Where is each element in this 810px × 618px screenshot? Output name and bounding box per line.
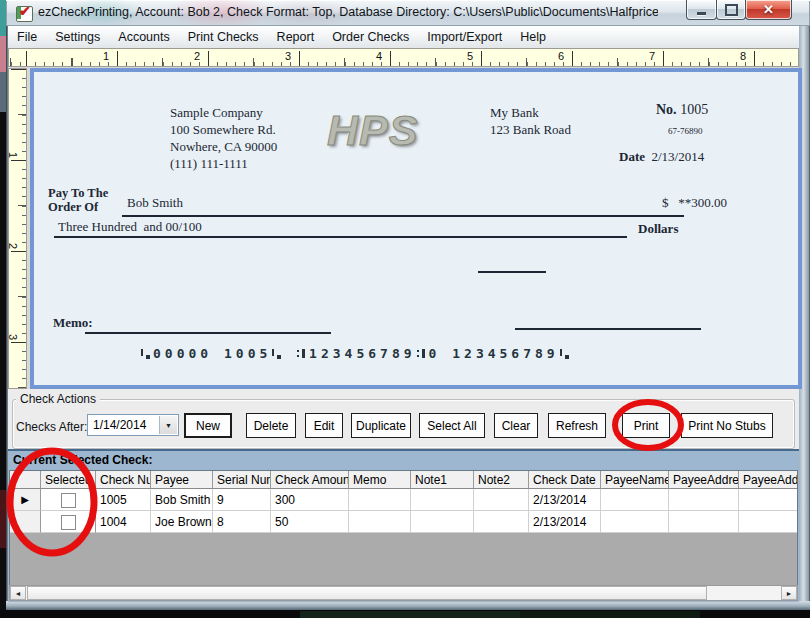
company-address: 100 Somewhere Rd. [170, 121, 277, 138]
duplicate-button[interactable]: Duplicate [351, 413, 411, 438]
bank-block: My Bank 123 Bank Road [490, 104, 571, 138]
caption-buttons: ✕ [687, 0, 792, 19]
cell-note1 [411, 489, 474, 511]
date-value: 2/13/2014 [652, 149, 705, 164]
menu-report[interactable]: Report [268, 26, 324, 48]
cell-amount: 300 [271, 489, 349, 511]
stub-line [478, 271, 546, 273]
row-selector[interactable]: ▶ [10, 489, 41, 511]
horizontal-ruler: 1 2 3 4 5 6 7 8 [8, 48, 799, 67]
grid-header-row: Selected Check Nu Payee Serial Num Check… [10, 471, 798, 489]
delete-button[interactable]: Delete [246, 413, 296, 438]
dollars-label: Dollars [638, 220, 678, 237]
hps-logo: HPS [327, 106, 418, 155]
app-icon [16, 6, 33, 22]
company-name: Sample Company [170, 104, 277, 121]
checks-after-value: 1/14/2014 [93, 418, 146, 432]
edit-button[interactable]: Edit [305, 413, 343, 438]
ruler-number: 7 [641, 50, 655, 62]
select-all-button[interactable]: Select All [419, 413, 485, 438]
chevron-down-icon: ▼ [165, 422, 172, 429]
horizontal-scrollbar[interactable]: ◄ ► [9, 585, 798, 601]
cell-serial: 8 [213, 511, 271, 533]
menu-import-export[interactable]: Import/Export [418, 26, 511, 48]
ruler-number: 3 [7, 334, 19, 340]
window-title: ezCheckPrinting, Account: Bob 2, Check F… [38, 5, 658, 21]
menu-help[interactable]: Help [511, 26, 555, 48]
clear-button[interactable]: Clear [494, 413, 538, 438]
scroll-right-button[interactable]: ► [781, 586, 797, 600]
company-phone: (111) 111-1111 [170, 155, 277, 172]
micr-line: 00000 1005 1234567890 123456789 [140, 346, 572, 361]
cell-payee: Bob Smith [151, 489, 213, 511]
row-selector-header [10, 471, 41, 489]
amount-numeric: $ **300.00 [662, 194, 727, 211]
menu-file[interactable]: File [8, 26, 46, 48]
memo-line [85, 332, 331, 334]
pay-to-label: Pay To The Order Of [48, 186, 108, 214]
menu-order-checks[interactable]: Order Checks [323, 26, 418, 48]
ruler-number: 1 [7, 152, 19, 158]
menu-print-checks[interactable]: Print Checks [179, 26, 268, 48]
minimize-button[interactable] [686, 0, 717, 20]
col-check-date[interactable]: Check Date [529, 471, 601, 489]
col-note2[interactable]: Note2 [474, 471, 529, 489]
menu-accounts[interactable]: Accounts [109, 26, 178, 48]
cell-note2 [474, 489, 529, 511]
combo-dropdown-button[interactable]: ▼ [159, 416, 177, 434]
table-row[interactable]: 1004 Joe Brown 8 50 2/13/2014 [10, 511, 798, 533]
cell-payee-addre1 [669, 511, 739, 533]
col-note1[interactable]: Note1 [411, 471, 474, 489]
print-button[interactable]: Print [622, 413, 670, 438]
cell-payee-addre1 [669, 489, 739, 511]
col-payee-addre2[interactable]: PayeeAddre [739, 471, 798, 489]
bank-name: My Bank [490, 104, 571, 121]
menu-settings[interactable]: Settings [46, 26, 109, 48]
col-memo[interactable]: Memo [349, 471, 411, 489]
selected-cell [41, 511, 96, 533]
company-block: Sample Company 100 Somewhere Rd. Nowhere… [170, 104, 277, 172]
check-number-label: No. [656, 102, 677, 117]
selected-cell [41, 489, 96, 511]
print-no-stubs-button[interactable]: Print No Stubs [681, 413, 773, 438]
checks-after-combobox[interactable]: 1/14/2014 ▼ [87, 414, 179, 436]
check-number: 1005 [680, 102, 708, 117]
row-selector[interactable] [10, 511, 41, 533]
new-button[interactable]: New [184, 413, 232, 438]
maximize-button[interactable] [716, 0, 746, 20]
checks-grid: Selected Check Nu Payee Serial Num Check… [9, 470, 798, 585]
desktop-wallpaper-patch [520, 611, 700, 618]
vertical-ruler: 1 2 3 [8, 68, 27, 389]
ruler-number: 2 [186, 50, 200, 62]
col-check-number[interactable]: Check Nu [96, 471, 151, 489]
col-payee[interactable]: Payee [151, 471, 213, 489]
col-payee-name[interactable]: PayeeName [601, 471, 669, 489]
ruler-number: 1 [95, 50, 109, 62]
scrollbar-thumb[interactable] [27, 586, 707, 600]
cell-check-date: 2/13/2014 [529, 489, 601, 511]
col-check-amount[interactable]: Check Amount [271, 471, 349, 489]
bank-address: 123 Bank Road [490, 121, 571, 138]
cell-payee-addre2 [739, 511, 798, 533]
ruler-number: 4 [368, 50, 382, 62]
payee-name: Bob Smith [127, 194, 183, 211]
date-block: Date 2/13/2014 [619, 148, 704, 165]
checks-after-label: Checks After: [16, 420, 87, 434]
col-serial-num[interactable]: Serial Num [213, 471, 271, 489]
cell-serial: 9 [213, 489, 271, 511]
scroll-left-icon: ◄ [15, 590, 22, 597]
col-selected[interactable]: Selected [41, 471, 96, 489]
col-payee-addre1[interactable]: PayeeAddre [669, 471, 739, 489]
amount-value: **300.00 [678, 195, 727, 210]
scroll-left-button[interactable]: ◄ [10, 586, 26, 600]
row-checkbox[interactable] [61, 515, 76, 530]
date-label: Date [619, 149, 645, 164]
row-checkbox[interactable] [61, 493, 76, 508]
dollar-sign: $ [662, 195, 669, 210]
cell-payee: Joe Brown [151, 511, 213, 533]
close-button[interactable]: ✕ [745, 0, 792, 20]
row-pointer-icon: ▶ [21, 494, 29, 505]
table-row[interactable]: ▶ 1005 Bob Smith 9 300 2/13/2014 [10, 489, 798, 511]
refresh-button[interactable]: Refresh [548, 413, 606, 438]
cell-check-number: 1005 [96, 489, 151, 511]
